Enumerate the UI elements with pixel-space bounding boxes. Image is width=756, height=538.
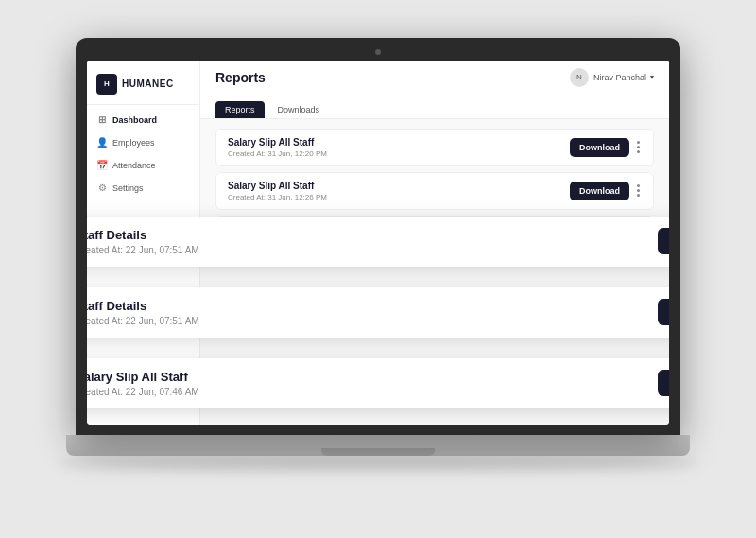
card-1-actions: Download — [658, 228, 669, 254]
card-2-download-button[interactable]: Download — [658, 299, 669, 325]
dot — [637, 146, 640, 148]
tab-reports[interactable]: Reports — [215, 101, 265, 118]
report-info: Salary Slip All Staff Created At: 31 Jun… — [228, 137, 327, 158]
settings-icon: ⚙ — [96, 182, 108, 194]
chevron-down-icon: ▾ — [650, 73, 654, 81]
avatar: N — [570, 68, 589, 87]
dot — [637, 194, 640, 197]
card-2-info: Staff Details Created At: 22 Jun, 07:51 … — [87, 299, 199, 326]
dot — [637, 189, 640, 192]
laptop-outer: H HUMANEC ⊞ Dashboard 👤 Employees 📅 — [57, 38, 699, 501]
download-button[interactable]: Download — [570, 182, 629, 200]
avatar-initial: N — [576, 73, 582, 81]
laptop-bezel: H HUMANEC ⊞ Dashboard 👤 Employees 📅 — [76, 38, 680, 435]
card-3-actions: Download — [658, 370, 669, 396]
tab-bar: Reports Downloads — [200, 95, 669, 119]
laptop-shadow — [57, 458, 699, 469]
sidebar-item-employees[interactable]: 👤 Employees — [87, 131, 199, 154]
report-info: Salary Slip All Staff Created At: 31 Jun… — [228, 181, 327, 201]
floating-card-3: Salary Slip All Staff Created At: 22 Jun… — [87, 358, 669, 408]
top-bar: Reports N Nirav Panchal ▾ — [200, 61, 669, 95]
more-options-button[interactable] — [635, 139, 642, 155]
card-1-title: Staff Details — [87, 228, 199, 242]
dot — [637, 150, 640, 153]
table-row: Salary Slip All Staff Created At: 31 Jun… — [215, 129, 654, 166]
laptop-base — [66, 435, 690, 456]
card-3-title: Salary Slip All Staff — [87, 370, 199, 384]
sidebar-item-attendance[interactable]: 📅 Attendance — [87, 154, 199, 177]
user-name: Nirav Panchal — [593, 73, 646, 82]
report-date: Created At: 31 Jun, 12:20 PM — [228, 149, 327, 158]
user-info[interactable]: N Nirav Panchal ▾ — [570, 68, 654, 87]
report-name: Salary Slip All Staff — [228, 137, 327, 148]
report-date: Created At: 31 Jun, 12:26 PM — [228, 193, 327, 201]
card-3-info: Salary Slip All Staff Created At: 22 Jun… — [87, 370, 199, 397]
attendance-icon: 📅 — [96, 160, 108, 171]
card-1-info: Staff Details Created At: 22 Jun, 07:51 … — [87, 228, 199, 255]
tab-downloads[interactable]: Downloads — [268, 101, 330, 118]
card-2-actions: Download — [658, 299, 669, 325]
sidebar-label-employees: Employees — [112, 138, 155, 148]
sidebar-item-dashboard[interactable]: ⊞ Dashboard — [87, 109, 199, 131]
laptop-camera — [375, 49, 381, 55]
report-actions: Download — [570, 182, 642, 200]
card-1-date: Created At: 22 Jun, 07:51 AM — [87, 245, 199, 255]
laptop-screen: H HUMANEC ⊞ Dashboard 👤 Employees 📅 — [87, 61, 669, 425]
logo-text: HUMANEC — [122, 78, 174, 89]
table-row: Salary Slip All Staff Created At: 31 Jun… — [215, 172, 654, 210]
card-2-date: Created At: 22 Jun, 07:51 AM — [87, 316, 199, 326]
download-button[interactable]: Download — [570, 138, 629, 157]
card-2-title: Staff Details — [87, 299, 199, 313]
card-1-download-button[interactable]: Download — [658, 228, 669, 254]
logo-letter: H — [104, 79, 110, 88]
page-title: Reports — [215, 70, 266, 85]
more-options-button[interactable] — [635, 182, 642, 199]
dot — [637, 141, 640, 144]
floating-card-1: Staff Details Created At: 22 Jun, 07:51 … — [87, 217, 669, 267]
card-3-date: Created At: 22 Jun, 07:46 AM — [87, 387, 199, 397]
report-name: Salary Slip All Staff — [228, 181, 327, 191]
employees-icon: 👤 — [96, 137, 108, 148]
dashboard-icon: ⊞ — [96, 114, 108, 126]
sidebar-logo: H HUMANEC — [87, 68, 199, 105]
card-3-download-button[interactable]: Download — [658, 370, 669, 396]
sidebar-item-settings[interactable]: ⚙ Settings — [87, 177, 199, 200]
floating-card-2: Staff Details Created At: 22 Jun, 07:51 … — [87, 287, 669, 338]
sidebar-label-settings: Settings — [112, 183, 144, 193]
logo-icon: H — [96, 74, 117, 95]
sidebar-label-dashboard: Dashboard — [112, 115, 157, 125]
report-actions: Download — [570, 138, 642, 157]
dot — [637, 184, 640, 187]
sidebar-label-attendance: Attendance — [112, 161, 156, 170]
